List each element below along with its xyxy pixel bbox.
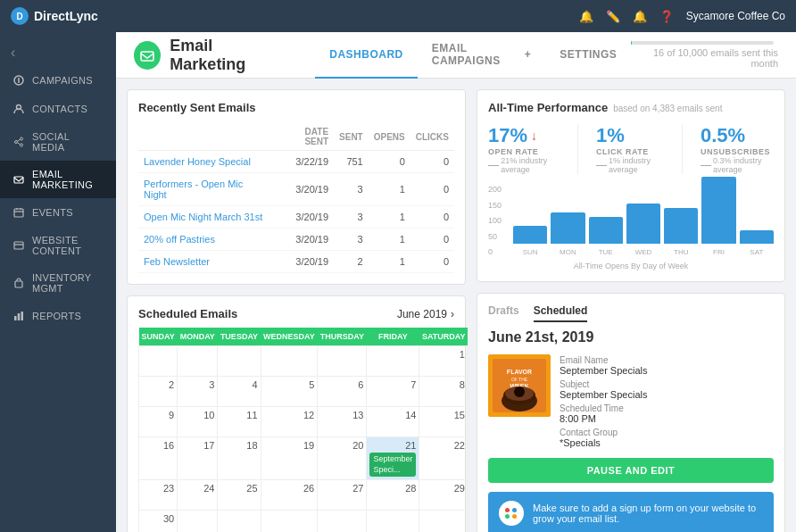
email-name-cell[interactable]: 20% off Pastries [138,229,273,251]
svg-point-28 [514,387,525,397]
calendar-day-cell[interactable] [139,346,178,377]
calendar-day-cell[interactable]: 13 [318,407,367,437]
calendar-event[interactable]: September Speci... [369,453,416,477]
sidebar-item-label: Reports [32,311,81,321]
email-name-cell[interactable]: Lavender Honey Special [138,151,273,173]
calendar-day-cell[interactable] [261,511,318,532]
email-name-cell[interactable]: Feb Newsletter [138,251,273,273]
calendar-day-cell[interactable]: 3 [178,377,218,407]
calendar-day-cell[interactable]: 6 [318,377,367,407]
calendar-day-cell[interactable]: 17 [178,437,218,480]
sidebar-item-contacts[interactable]: Contacts [0,95,116,123]
calendar-day-cell[interactable]: 7 [367,377,419,407]
calendar-day-cell[interactable] [367,346,419,377]
calendar-day-cell[interactable]: 30 [139,511,178,532]
chart-bar-group: SUN [513,226,547,256]
chart-title: All-Time Opens By Day of Week [488,262,774,270]
calendar-month[interactable]: June 2019 › [397,308,454,320]
metric-divider [577,124,578,174]
chart-container: 200 150 100 50 0 SUNMONTUEWEDTHUFRISAT [488,185,774,256]
calendar-day-header: Friday [367,328,419,346]
email-name-cell[interactable]: Open Mic Night March 31st [138,206,273,229]
calendar-day-cell[interactable]: 2 [139,377,178,407]
tab-settings[interactable]: Settings [545,32,631,79]
calendar-day-header: Thursday [318,328,367,346]
calendar-day-cell[interactable]: 8 [419,377,468,407]
sidebar-item-inventory-mgmt[interactable]: Inventory MGMT [0,264,116,302]
calendar-day-cell[interactable]: 11 [218,407,261,437]
opens-cell: 1 [369,206,410,229]
calendar-day-cell[interactable]: 27 [318,480,367,511]
sidebar-item-email-marketing[interactable]: Email Marketing [0,161,116,198]
calendar-day-cell[interactable] [261,346,318,377]
sidebar-item-social-media[interactable]: Social Media [0,123,116,161]
calendar-day-cell[interactable] [318,346,367,377]
gift-icon[interactable]: 🔔 [579,10,593,23]
help-icon[interactable]: ❓ [659,10,674,23]
sidebar-item-label: Events [32,207,73,218]
clicks-cell: 0 [410,206,454,229]
metric-click-rate: 1% Click Rate 1% industry average [596,124,664,174]
email-name-row: Email Name September Specials [560,354,774,376]
tab-email-campaigns[interactable]: Email Campaigns + [418,32,546,79]
sent-cell: 3 [334,173,369,206]
calendar-day-cell[interactable] [218,346,261,377]
col-clicks: Clicks [410,123,454,151]
calendar-day-cell[interactable]: 20 [318,437,367,480]
calendar-day-cell[interactable]: 18 [218,437,261,480]
open-rate-avg: 21% industry average [488,156,560,174]
calendar-day-cell[interactable]: 24 [178,480,218,511]
calendar-day-cell[interactable] [367,511,419,532]
calendar-day-cell[interactable] [318,511,367,532]
open-rate-value: 17% ↓ [488,124,560,147]
sidebar-item-label: Social Media [32,131,104,153]
calendar-week-row: 2345678 [139,377,468,407]
email-subject: September Specials [560,389,647,400]
chart-bar-group: MON [551,212,585,256]
calendar-day-cell[interactable]: 9 [139,407,178,437]
calendar-day-header: Saturday [419,328,468,346]
scheduled-tab[interactable]: Scheduled [534,304,588,322]
calendar-day-cell[interactable]: 4 [218,377,261,407]
sidebar-item-events[interactable]: Events [0,198,116,227]
tab-dashboard[interactable]: Dashboard [315,32,418,79]
sidebar-item-website-content[interactable]: Website Content [0,227,116,264]
sidebar-item-campaigns[interactable]: Campaigns [0,66,116,95]
sidebar-item-reports[interactable]: Reports [0,302,116,330]
sidebar-toggle[interactable]: ‹ [0,39,116,66]
calendar-day-cell[interactable]: 12 [261,407,318,437]
calendar-day-cell[interactable] [419,511,468,532]
email-marketing-icon [12,173,25,186]
calendar-day-cell[interactable]: 21September Speci... [367,437,419,480]
drafts-tab[interactable]: Drafts [488,304,519,322]
calendar-day-cell[interactable]: 16 [139,437,178,480]
email-name-cell[interactable]: Performers - Open Mic Night [138,173,273,206]
calendar-day-cell[interactable]: 29 [419,480,468,511]
calendar-day-cell[interactable]: 15 [419,407,468,437]
calendar-header: Scheduled Emails June 2019 › [138,307,454,320]
events-icon [12,206,25,219]
col-opens: Opens [369,123,410,151]
notification-icon[interactable]: 🔔 [633,10,647,23]
logo: D DirectLync [11,7,98,25]
calendar-day-cell[interactable] [178,346,218,377]
calendar-day-cell[interactable]: 19 [261,437,318,480]
calendar-day-cell[interactable]: 1 [419,346,468,377]
calendar-day-cell[interactable]: 10 [178,407,218,437]
svg-text:FLAVOR: FLAVOR [507,369,532,375]
calendar-day-cell[interactable]: 28 [367,480,419,511]
calendar-day-cell[interactable]: 26 [261,480,318,511]
calendar-day-cell[interactable] [218,511,261,532]
user-account[interactable]: Sycamore Coffee Co [686,10,785,22]
edit-icon[interactable]: ✏️ [606,10,620,23]
pause-edit-button[interactable]: PAUSE AND EDIT [488,458,774,483]
svg-rect-18 [21,312,24,320]
calendar-day-cell[interactable]: 25 [218,480,261,511]
calendar-day-cell[interactable]: 22 [419,437,468,480]
calendar-day-cell[interactable]: 5 [261,377,318,407]
table-row: 20% off Pastries 3/20/19 3 1 0 [138,229,454,251]
calendar-day-cell[interactable]: 23 [139,480,178,511]
calendar-day-cell[interactable] [178,511,218,532]
svg-rect-17 [18,313,21,320]
calendar-day-cell[interactable]: 14 [367,407,419,437]
